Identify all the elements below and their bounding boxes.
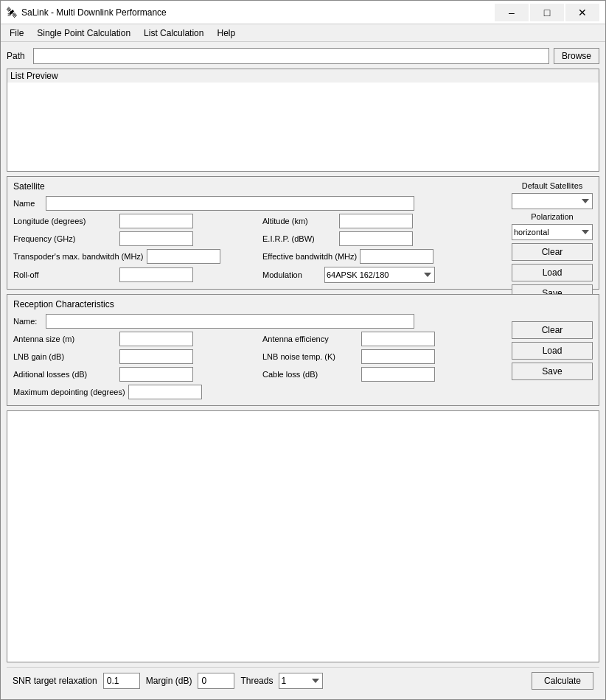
longitude-row: Longitude (degrees) — [13, 214, 255, 228]
menu-file[interactable]: File — [4, 27, 29, 40]
frequency-label: Frequency (GHz) — [13, 234, 116, 243]
reception-save-button[interactable]: Save — [512, 363, 593, 380]
max-depointing-row: Maximum depointing (degrees) — [13, 385, 255, 399]
title-bar: 🛰 SaLink - Multi Downlink Performance – … — [1, 1, 605, 24]
transponder-input[interactable] — [147, 249, 220, 264]
app-icon: 🛰 — [7, 7, 17, 18]
default-satellites-dropdown[interactable] — [512, 193, 593, 209]
menu-single-point[interactable]: Single Point Calculation — [31, 27, 136, 40]
max-depointing-input[interactable] — [128, 385, 202, 399]
reception-section: Reception Characteristics Clear Load Sav… — [7, 294, 599, 406]
satellite-name-row: Name — [13, 196, 504, 211]
snr-input[interactable] — [103, 673, 140, 689]
minimize-button[interactable]: – — [495, 4, 529, 21]
lnb-gain-label: LNB gain (dB) — [13, 352, 116, 361]
antenna-efficiency-row: Antenna efficiency — [262, 332, 504, 346]
threads-label: Threads — [240, 676, 273, 686]
window-title: SaLink - Multi Downlink Performance — [21, 7, 167, 18]
effective-bw-row: Effective bandwitdh (MHz) — [262, 249, 504, 264]
reception-right-panel: Clear Load Save — [512, 299, 593, 380]
path-label: Path — [7, 51, 29, 61]
title-bar-left: 🛰 SaLink - Multi Downlink Performance — [7, 7, 167, 18]
rolloff-row: Roll-off — [13, 267, 255, 283]
polarization-dropdown[interactable]: horizontal vertical left circular right … — [512, 224, 593, 240]
reception-name-label: Name: — [13, 317, 43, 326]
reception-name-row: Name: — [13, 314, 504, 329]
eirp-input[interactable] — [339, 231, 413, 246]
altitude-label: Altitude (km) — [262, 217, 336, 225]
antenna-size-label: Antenna size (m) — [13, 335, 116, 343]
additional-losses-label: Aditional losses (dB) — [13, 370, 116, 379]
satellite-name-label: Name — [13, 199, 43, 208]
modulation-label: Modulation — [262, 270, 321, 279]
list-preview-area — [7, 83, 599, 171]
depointing-placeholder — [262, 385, 504, 399]
satellite-load-button[interactable]: Load — [512, 264, 593, 281]
satellite-clear-button[interactable]: Clear — [512, 243, 593, 261]
reception-name-input[interactable] — [46, 314, 414, 329]
satellite-grid: Longitude (degrees) Altitude (km) Freque… — [13, 214, 504, 283]
rolloff-label: Roll-off — [13, 270, 116, 279]
default-satellites-label: Default Satellites — [512, 181, 593, 190]
modulation-row: Modulation 64APSK 162/180 QPSK 1/2 QPSK … — [262, 267, 504, 283]
menu-help[interactable]: Help — [211, 27, 241, 40]
reception-clear-button[interactable]: Clear — [512, 321, 593, 339]
path-input[interactable] — [33, 48, 549, 64]
snr-label: SNR target relaxation — [13, 676, 97, 686]
lnb-noise-label: LNB noise temp. (K) — [262, 352, 358, 361]
threads-dropdown[interactable]: 1 2 4 8 — [279, 673, 323, 689]
frequency-input[interactable] — [119, 231, 193, 246]
menu-bar: File Single Point Calculation List Calcu… — [1, 24, 605, 42]
path-row: Path Browse — [7, 48, 599, 64]
satellite-right-panel: Default Satellites Polarization horizont… — [512, 181, 593, 302]
close-button[interactable]: ✕ — [565, 4, 599, 21]
cable-loss-input[interactable] — [361, 367, 435, 382]
modulation-dropdown[interactable]: 64APSK 162/180 QPSK 1/2 QPSK 3/4 8PSK 2/… — [324, 267, 435, 283]
effective-input[interactable] — [360, 249, 433, 264]
additional-losses-row: Aditional losses (dB) — [13, 367, 255, 382]
polarization-label: Polarization — [512, 212, 593, 221]
max-depointing-label: Maximum depointing (degrees) — [13, 388, 125, 396]
antenna-size-input[interactable] — [119, 332, 193, 346]
lnb-noise-input[interactable] — [361, 349, 435, 364]
reception-grid: Antenna size (m) Antenna efficiency LNB … — [13, 332, 504, 399]
bottom-bar: SNR target relaxation Margin (dB) Thread… — [7, 667, 599, 693]
lnb-gain-row: LNB gain (dB) — [13, 349, 255, 364]
results-area — [7, 410, 599, 662]
eirp-row: E.I.R.P. (dBW) — [262, 231, 504, 246]
antenna-efficiency-input[interactable] — [361, 332, 435, 346]
transponder-label: Transpoder's max. bandwitdh (MHz) — [13, 252, 144, 261]
browse-button[interactable]: Browse — [554, 48, 599, 64]
list-preview-label: List Preview — [7, 69, 599, 83]
cable-loss-label: Cable loss (dB) — [262, 370, 358, 379]
effective-label: Effective bandwitdh (MHz) — [262, 252, 357, 261]
lnb-gain-input[interactable] — [119, 349, 193, 364]
frequency-row: Frequency (GHz) — [13, 231, 255, 246]
main-content: Path Browse List Preview Satellite Defau… — [1, 42, 605, 699]
lnb-noise-row: LNB noise temp. (K) — [262, 349, 504, 364]
margin-input[interactable] — [198, 673, 234, 689]
margin-label: Margin (dB) — [146, 676, 192, 686]
maximize-button[interactable]: □ — [530, 4, 564, 21]
title-controls: – □ ✕ — [495, 4, 599, 21]
satellite-main-fields: Name Longitude (degrees) Altitude (km) — [13, 196, 504, 283]
antenna-size-row: Antenna size (m) — [13, 332, 255, 346]
reception-title: Reception Characteristics — [13, 299, 593, 309]
transponder-row: Transpoder's max. bandwitdh (MHz) — [13, 249, 255, 264]
antenna-efficiency-label: Antenna efficiency — [262, 335, 358, 343]
satellite-name-input[interactable] — [46, 196, 414, 211]
reception-load-button[interactable]: Load — [512, 342, 593, 360]
eirp-label: E.I.R.P. (dBW) — [262, 234, 336, 243]
additional-losses-input[interactable] — [119, 367, 193, 382]
calculate-button[interactable]: Calculate — [532, 672, 593, 690]
altitude-input[interactable] — [339, 214, 413, 228]
list-preview-group: List Preview — [7, 69, 599, 172]
cable-loss-row: Cable loss (dB) — [262, 367, 504, 382]
longitude-label: Longitude (degrees) — [13, 217, 116, 225]
menu-list-calculation[interactable]: List Calculation — [138, 27, 209, 40]
rolloff-input[interactable] — [119, 267, 193, 282]
satellite-section: Satellite Default Satellites Polarizatio… — [7, 176, 599, 290]
main-window: 🛰 SaLink - Multi Downlink Performance – … — [0, 0, 606, 700]
reception-main-fields: Name: Antenna size (m) Antenna efficienc… — [13, 314, 504, 399]
longitude-input[interactable] — [119, 214, 193, 228]
